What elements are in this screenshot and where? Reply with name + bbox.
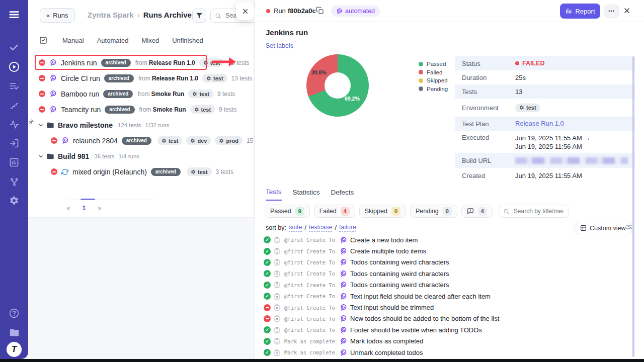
- tab-tests[interactable]: Tests: [266, 188, 282, 201]
- tab-manual[interactable]: Manual: [62, 37, 84, 44]
- page-current[interactable]: 1: [82, 204, 86, 212]
- test-row[interactable]: Mark as complete... Unmark completed tod…: [255, 347, 632, 358]
- run-name[interactable]: relaunch 2804: [73, 137, 118, 145]
- app-logo[interactable]: T: [7, 342, 22, 357]
- test-row[interactable]: @first Create To... Footer should be vis…: [255, 324, 632, 335]
- breadcrumb-project[interactable]: Zyntra Spark: [88, 11, 134, 19]
- plan-link[interactable]: Smoke Run: [153, 106, 186, 113]
- tab-mixed[interactable]: Mixed: [142, 37, 159, 44]
- test-title[interactable]: Create a new todo item: [350, 236, 418, 244]
- filter-button[interactable]: [192, 9, 206, 23]
- close-list-button[interactable]: [236, 2, 254, 20]
- test-suite-label[interactable]: @first Create To...: [284, 270, 337, 277]
- filter-pending[interactable]: Pending0: [410, 205, 457, 218]
- test-suite-label[interactable]: Mark as complete...: [284, 338, 337, 344]
- test-title[interactable]: Create multiple todo items: [350, 247, 426, 255]
- test-suite-label[interactable]: @first Create To...: [284, 259, 337, 265]
- folder-row-bravo-milestone[interactable]: Bravo milestone 124 tests1/32 runs: [28, 117, 254, 133]
- milestones-steps-icon[interactable]: [0, 96, 28, 115]
- test-title[interactable]: Text input field should be cleared after…: [350, 293, 491, 300]
- test-title[interactable]: Mark todos as completed: [350, 337, 423, 345]
- tab-unfinished[interactable]: Unfinished: [172, 37, 203, 44]
- tests-search[interactable]: [499, 205, 569, 218]
- run-name[interactable]: Teamcity run: [61, 106, 101, 114]
- test-plan-link[interactable]: Release Run 1.0: [515, 120, 564, 128]
- test-suite-label[interactable]: Mark as complete...: [284, 349, 337, 355]
- run-row-relaunch-2804[interactable]: relaunch 2804 archived test dev prod 15 …: [28, 133, 254, 148]
- page-next[interactable]: »: [98, 204, 101, 212]
- run-row-teamcity[interactable]: Teamcity run archived from Smoke Run tes…: [28, 102, 254, 117]
- ready-check-icon[interactable]: [0, 38, 28, 57]
- import-icon[interactable]: [0, 134, 28, 153]
- test-row[interactable]: @first Create To... Todos containing wei…: [255, 268, 632, 279]
- run-name[interactable]: Jenkins run: [61, 59, 97, 67]
- select-all-icon[interactable]: [39, 36, 47, 44]
- test-row[interactable]: Mark as complete... Mark todos as comple…: [255, 336, 632, 347]
- tests-search-input[interactable]: [513, 207, 565, 215]
- test-plans-icon[interactable]: [0, 76, 28, 96]
- projects-folder-icon[interactable]: [0, 323, 28, 342]
- settings-gear-icon[interactable]: [0, 191, 28, 210]
- plan-link[interactable]: Release Run 1.0: [149, 59, 195, 66]
- run-row-circleci[interactable]: Circle CI run archived from Release Run …: [28, 70, 254, 86]
- run-row-mixed-origin[interactable]: mixed origin (Relaunch) archived test 3 …: [28, 164, 254, 179]
- tab-statistics[interactable]: Statistics: [293, 189, 320, 200]
- test-suite-label[interactable]: @first Create To...: [284, 248, 337, 254]
- set-labels-link[interactable]: Set labels: [266, 42, 293, 50]
- activity-pulse-icon[interactable]: [0, 115, 28, 134]
- scrollbar-thumb[interactable]: [632, 56, 634, 357]
- run-name[interactable]: Circle CI run: [61, 74, 100, 82]
- folder-row-build-981[interactable]: Build 981 36 tests1/4 runs: [28, 148, 254, 164]
- plan-link[interactable]: Release Run 1.0: [152, 75, 198, 82]
- test-title[interactable]: Todos containing weird characters: [350, 270, 449, 278]
- test-suite-label[interactable]: @first Create To...: [284, 305, 337, 311]
- test-row[interactable]: @first Create To... Text input should be…: [255, 302, 632, 313]
- tab-defects[interactable]: Defects: [331, 189, 354, 200]
- test-suite-label[interactable]: @first Create To...: [284, 237, 337, 243]
- test-row[interactable]: @first Create To... New todos should be …: [255, 313, 632, 324]
- test-title[interactable]: Footer should be visible when adding TOD…: [350, 326, 482, 334]
- test-row[interactable]: @first Create To... Todos containing wei…: [255, 280, 632, 291]
- back-to-runs-button[interactable]: « Runs: [40, 8, 75, 23]
- close-detail-button[interactable]: [623, 7, 631, 15]
- test-title[interactable]: Todos containing weird characters: [350, 281, 449, 289]
- report-button[interactable]: Report: [560, 4, 600, 19]
- menu-icon[interactable]: [0, 5, 28, 24]
- plan-link[interactable]: Smoke Run: [151, 90, 184, 98]
- copy-run-id-button[interactable]: [316, 7, 324, 15]
- more-actions-button[interactable]: •••: [604, 5, 619, 18]
- test-title[interactable]: Unmark completed todos: [350, 349, 423, 356]
- test-row[interactable]: @first Create To... Todos containing wei…: [255, 257, 632, 268]
- automated-mode-badge[interactable]: automated: [331, 6, 380, 17]
- test-suite-label[interactable]: @first Create To...: [284, 316, 337, 322]
- test-row[interactable]: @first Create To... Create multiple todo…: [255, 245, 632, 256]
- filter-comments[interactable]: 4: [461, 205, 493, 218]
- test-suite-label[interactable]: @first Create To...: [284, 293, 337, 299]
- folder-name[interactable]: Bravo milestone: [58, 121, 113, 129]
- run-row-bamboo[interactable]: Bamboo run archived from Smoke Run test …: [28, 86, 254, 102]
- chevron-down-icon[interactable]: [38, 122, 44, 128]
- filter-skipped[interactable]: Skipped0: [359, 205, 406, 218]
- help-icon[interactable]: [0, 304, 28, 323]
- sort-by-testcase[interactable]: testcase: [309, 224, 333, 232]
- test-title[interactable]: Todos containing weird characters: [350, 258, 449, 266]
- test-title[interactable]: Text input should be trimmed: [350, 304, 434, 311]
- test-row[interactable]: @first Create To... Create a new todo it…: [255, 234, 632, 245]
- runs-play-icon[interactable]: [0, 57, 28, 76]
- filter-passed[interactable]: Passed9: [265, 205, 310, 218]
- test-title[interactable]: New todos should be added to the bottom …: [350, 315, 499, 322]
- test-row[interactable]: @first Create To... Text input field sho…: [255, 291, 632, 302]
- run-name[interactable]: mixed origin (Relaunch): [72, 168, 147, 176]
- test-suite-label[interactable]: @first Create To...: [284, 327, 337, 333]
- filter-failed[interactable]: Failed4: [314, 205, 355, 218]
- sort-by-suite[interactable]: suite: [289, 224, 302, 232]
- sort-by-failure[interactable]: failure: [339, 224, 356, 232]
- custom-view-button[interactable]: Custom view: [575, 222, 631, 234]
- folder-name[interactable]: Build 981: [58, 152, 89, 160]
- chevron-down-icon[interactable]: [38, 153, 44, 159]
- sliders-icon[interactable]: [625, 223, 633, 231]
- tab-automated[interactable]: Automated: [97, 37, 129, 44]
- analytics-icon[interactable]: [0, 153, 28, 172]
- branch-icon[interactable]: [0, 172, 28, 191]
- run-name[interactable]: Bamboo run: [61, 90, 99, 98]
